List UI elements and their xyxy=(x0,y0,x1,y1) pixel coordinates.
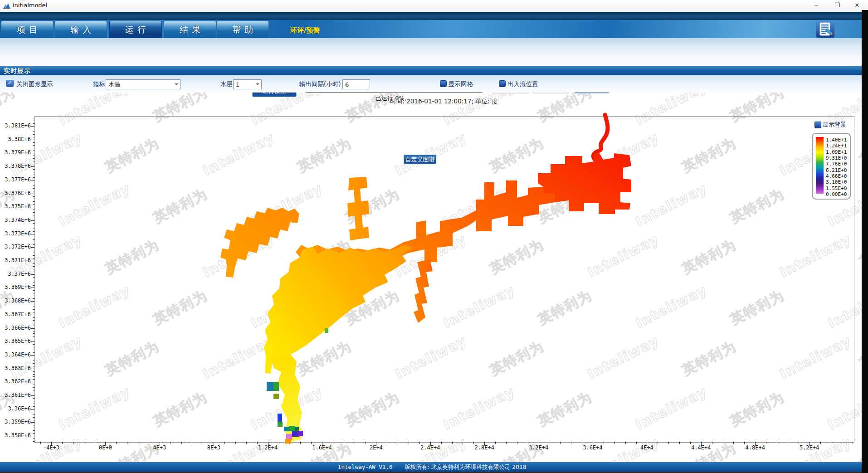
tab-help[interactable]: 帮助 xyxy=(216,21,269,38)
right-edge xyxy=(862,10,868,473)
window-titlebar: initialmodel ─ ❐ ✕ xyxy=(0,0,868,12)
x-axis-label: 4.8E+4 xyxy=(746,444,765,451)
close-graph-label: 关闭图形显示 xyxy=(16,80,53,88)
y-axis-label: 3.367E+6 xyxy=(1,311,31,317)
interval-input[interactable] xyxy=(342,79,370,89)
y-axis-label: 3.37E+6 xyxy=(1,271,31,277)
y-major-tick xyxy=(31,126,34,127)
y-axis-label: 3.363E+6 xyxy=(1,365,31,371)
y-axis-label: 3.364E+6 xyxy=(1,351,31,358)
y-axis-label: 3.368E+6 xyxy=(1,297,31,304)
tab-input[interactable]: 输入 xyxy=(54,21,107,38)
y-major-tick xyxy=(31,328,34,329)
app-version: Intelway-AW V1.0 xyxy=(338,463,392,470)
layer-label: 水层 xyxy=(220,80,233,88)
minimize-button[interactable]: ─ xyxy=(808,0,824,11)
realtime-controls: 关闭图形显示 指标 水温 水层 1 输出间隔(小时) 自定义图谱 显示网格 出入… xyxy=(0,75,868,93)
chevron-down-icon xyxy=(175,83,178,87)
y-major-tick xyxy=(31,382,34,382)
y-major-tick xyxy=(31,194,34,194)
inout-flow-checkbox[interactable] xyxy=(499,80,506,87)
y-major-tick xyxy=(31,220,34,221)
y-axis-label: 3.373E+6 xyxy=(1,230,31,237)
y-axis-label: 3.376E+6 xyxy=(1,190,31,196)
app-logo-icon xyxy=(3,2,10,10)
y-major-tick xyxy=(31,422,34,423)
report-edit-icon-button[interactable] xyxy=(816,21,834,38)
y-axis-label: 3.361E+6 xyxy=(1,392,31,398)
x-axis-label: 0E+0 xyxy=(99,444,112,451)
y-major-tick xyxy=(31,274,34,275)
y-axis-label: 3.381E+6 xyxy=(1,122,31,129)
y-major-tick xyxy=(31,234,34,234)
x-axis-label: 1.2E+4 xyxy=(258,444,278,451)
y-major-tick xyxy=(31,261,34,261)
y-axis-label: 3.359E+6 xyxy=(1,419,31,425)
indicator-select[interactable]: 水温 xyxy=(106,79,180,89)
interval-label: 输出间隔(小时) xyxy=(299,80,341,88)
y-major-tick xyxy=(31,355,34,356)
y-major-tick xyxy=(31,369,34,369)
y-axis-label: 3.371E+6 xyxy=(1,257,31,263)
y-axis-label: 3.372E+6 xyxy=(1,244,31,250)
y-major-tick xyxy=(31,153,34,153)
y-major-tick xyxy=(31,166,34,167)
x-axis-label: 4E+3 xyxy=(153,444,166,451)
x-axis-label: 2.4E+4 xyxy=(420,444,440,451)
y-axis-label: 3.374E+6 xyxy=(1,217,31,223)
show-grid-checkbox[interactable] xyxy=(440,80,447,87)
watermark-text: 英特利为 xyxy=(0,185,18,228)
x-axis-label: 2.8E+4 xyxy=(475,444,494,451)
x-axis-label: 4.4E+4 xyxy=(691,444,711,451)
y-major-tick xyxy=(31,247,34,248)
y-major-tick xyxy=(31,395,34,396)
tab-results[interactable]: 结果 xyxy=(164,21,216,38)
watermark-text: 英特利为 xyxy=(0,388,18,431)
restore-button[interactable]: ❐ xyxy=(829,0,845,11)
run-toolbar: 运行模型 已运行 0%。 暂停运行 终止运行 错误信息 xyxy=(0,38,868,66)
y-axis-label: 3.379E+6 xyxy=(1,149,31,156)
realtime-section-title: 实时显示 xyxy=(4,67,31,75)
plot-area-border xyxy=(34,116,854,443)
y-axis-label: 3.38E+6 xyxy=(1,136,31,142)
layer-select-value: 1 xyxy=(236,81,239,88)
y-major-tick xyxy=(31,180,34,180)
main-menu-bar: 项目 输入 运行 结果 帮助 xyxy=(0,20,868,38)
y-major-tick xyxy=(31,140,34,140)
y-major-tick xyxy=(31,315,34,315)
x-axis-label: 4E+4 xyxy=(640,444,653,451)
y-major-tick xyxy=(31,341,34,342)
realtime-section-header: 实时显示 xyxy=(0,66,868,76)
header-strip xyxy=(0,12,868,20)
layer-select[interactable]: 1 xyxy=(233,79,262,89)
show-background-label: 显示背景 xyxy=(823,121,846,129)
y-axis-label: 3.358E+6 xyxy=(1,432,31,439)
close-graph-checkbox[interactable] xyxy=(6,80,14,87)
x-axis-label: 5.2E+4 xyxy=(800,444,819,451)
y-axis-label: 3.369E+6 xyxy=(1,284,31,290)
y-major-tick xyxy=(31,207,34,207)
legend-color-bar xyxy=(816,137,824,194)
x-axis-label: 2E+4 xyxy=(370,444,383,451)
y-axis-label: 3.375E+6 xyxy=(1,203,31,210)
close-button[interactable]: ✕ xyxy=(849,0,865,11)
y-major-tick xyxy=(31,301,34,302)
y-axis-label: 3.36E+6 xyxy=(1,405,31,412)
show-background-checkbox[interactable] xyxy=(814,122,821,128)
y-major-tick xyxy=(31,436,34,436)
x-axis-label: -4E+3 xyxy=(43,444,59,451)
x-axis-label: 3.2E+4 xyxy=(529,444,548,451)
tab-env-warning[interactable]: 环评/预警 xyxy=(290,26,320,35)
y-axis-label: 3.365E+6 xyxy=(1,338,31,344)
chevron-down-icon xyxy=(256,83,259,87)
x-axis-label: 3.6E+4 xyxy=(583,444,602,451)
application-window: 英特利为Inteliway英特利为Inteliway英特利为Inteliway英… xyxy=(0,0,868,473)
inout-flow-label: 出入流位置 xyxy=(507,80,538,88)
tab-run[interactable]: 运行 xyxy=(109,21,162,38)
y-axis-label: 3.366E+6 xyxy=(1,325,31,331)
window-title: initialmodel xyxy=(13,2,47,9)
tab-project[interactable]: 项目 xyxy=(1,21,54,38)
y-axis-label: 3.378E+6 xyxy=(1,163,31,169)
watermark-text: 英特利为 xyxy=(0,286,18,329)
chart-time-label: 时间: 2016-01-01 12:00:17; 单位: 度 xyxy=(34,98,853,106)
